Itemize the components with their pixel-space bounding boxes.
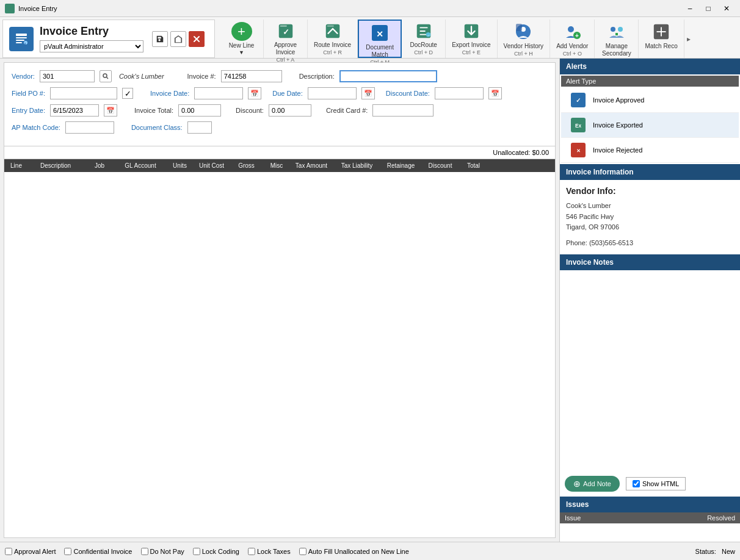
discount-input[interactable] bbox=[269, 104, 311, 117]
confidential-invoice-check: Confidential Invoice bbox=[64, 548, 132, 555]
invoice-date-input[interactable] bbox=[194, 87, 243, 99]
description-input[interactable] bbox=[339, 70, 437, 82]
add-vendor-icon: + bbox=[562, 22, 582, 41]
approval-alert-checkbox[interactable] bbox=[5, 548, 12, 555]
invoice-total-input[interactable] bbox=[178, 104, 221, 117]
svg-text:→: → bbox=[426, 33, 430, 37]
ap-match-code-input[interactable] bbox=[65, 121, 114, 134]
toolbar-scroll-right[interactable]: ▸ bbox=[684, 20, 693, 58]
entry-date-input[interactable] bbox=[50, 104, 99, 117]
document-match-icon: ✕ bbox=[370, 23, 390, 43]
route-invoice-icon bbox=[323, 22, 343, 40]
doc-route-label: DocRoute bbox=[410, 41, 437, 49]
vendor-lookup-button[interactable] bbox=[100, 70, 112, 82]
minimize-button[interactable]: – bbox=[681, 2, 698, 15]
svg-rect-2 bbox=[16, 40, 24, 41]
new-line-button[interactable]: + New Line ▼ bbox=[220, 20, 264, 58]
save-button[interactable] bbox=[152, 31, 168, 47]
svg-text:✓: ✓ bbox=[576, 97, 581, 104]
add-note-plus-icon: ⊕ bbox=[573, 479, 581, 489]
credit-card-input[interactable] bbox=[372, 104, 433, 117]
close-button[interactable]: ✕ bbox=[718, 2, 735, 15]
description-label: Description: bbox=[299, 73, 335, 80]
due-date-cal-button[interactable]: 📅 bbox=[361, 87, 375, 99]
vendor-info-section: Vendor Info: Cook's Lumber 546 Pacific H… bbox=[560, 180, 740, 254]
approve-invoice-button[interactable]: ✓ ApproveInvoice Ctrl + A bbox=[264, 20, 308, 58]
vendor-info-title: Vendor Info: bbox=[566, 186, 734, 196]
save2-button[interactable] bbox=[170, 31, 186, 47]
issues-section: Issues Issue Resolved bbox=[560, 497, 740, 542]
document-match-button[interactable]: ✕ DocumentMatch Ctrl + M bbox=[358, 20, 402, 58]
manage-secondary-label: ManageSecondary bbox=[602, 43, 631, 57]
field-po-input[interactable] bbox=[50, 87, 117, 99]
maximize-button[interactable]: □ bbox=[700, 2, 717, 15]
do-not-pay-label: Do Not Pay bbox=[150, 548, 184, 555]
col-misc: Misc bbox=[264, 162, 289, 170]
invoice-info-section: Invoice Information Vendor Info: Cook's … bbox=[560, 164, 740, 254]
invoice-total-label: Invoice Total: bbox=[134, 107, 173, 114]
due-date-input[interactable] bbox=[308, 87, 357, 99]
new-line-icon: + bbox=[231, 22, 252, 41]
export-invoice-button[interactable]: Export Invoice Ctrl + E bbox=[446, 20, 497, 58]
document-class-input[interactable] bbox=[187, 121, 212, 134]
user-select[interactable]: pVault Administrator bbox=[40, 40, 143, 52]
add-vendor-shortcut: Ctrl + O bbox=[563, 51, 582, 57]
field-po-check-button[interactable]: ✓ bbox=[122, 88, 133, 99]
auto-fill-label: Auto Fill Unallocated on New Line bbox=[308, 548, 409, 555]
discount-date-cal-button[interactable]: 📅 bbox=[488, 87, 502, 99]
show-html-checkbox[interactable] bbox=[633, 480, 640, 487]
status-label: Status: bbox=[695, 548, 716, 555]
alerts-tbody: ✓ Invoice Approved Ex Invoice Ex bbox=[561, 88, 739, 163]
discount-date-input[interactable] bbox=[435, 87, 484, 99]
col-tax-liability: Tax Liability bbox=[334, 162, 380, 170]
svg-text:Ex: Ex bbox=[575, 123, 582, 129]
lock-coding-checkbox[interactable] bbox=[193, 548, 200, 555]
cancel-button[interactable] bbox=[189, 31, 205, 47]
vendor-name: Cook's Lumber bbox=[119, 73, 164, 80]
vendor-input[interactable] bbox=[40, 70, 95, 82]
lock-taxes-checkbox[interactable] bbox=[248, 548, 255, 555]
new-line-dropdown: ▼ bbox=[239, 49, 244, 56]
confidential-invoice-checkbox[interactable] bbox=[64, 548, 71, 555]
svg-rect-10 bbox=[327, 26, 333, 27]
vendor-label: Vendor: bbox=[12, 73, 35, 80]
grid-header: Line Description Job GL Account Units Un… bbox=[4, 159, 555, 172]
show-html-button[interactable]: Show HTML bbox=[626, 477, 686, 490]
col-description: Description bbox=[28, 162, 83, 170]
alerts-col-header: Alert Type bbox=[561, 76, 739, 87]
app-icon-big: $ bbox=[9, 27, 34, 51]
app-icon bbox=[5, 4, 15, 13]
vendor-info-address2: Tigard, OR 97006 bbox=[566, 222, 734, 233]
do-not-pay-check: Do Not Pay bbox=[141, 548, 184, 555]
add-note-button[interactable]: ⊕ Add Note bbox=[565, 476, 620, 492]
manage-secondary-icon bbox=[607, 22, 626, 41]
alert-approved-label: Invoice Approved bbox=[593, 96, 644, 104]
ap-match-code-label: AP Match Code: bbox=[12, 124, 60, 131]
match-reco-icon bbox=[651, 22, 671, 41]
col-total: Total bbox=[460, 162, 487, 170]
doc-route-button[interactable]: → DocRoute Ctrl + D bbox=[402, 20, 446, 58]
col-line: Line bbox=[5, 162, 27, 170]
title-bar-controls: – □ ✕ bbox=[681, 2, 735, 15]
do-not-pay-checkbox[interactable] bbox=[141, 548, 148, 555]
invoice-num-input[interactable] bbox=[221, 70, 282, 82]
main-area: Vendor: Cook's Lumber Invoice #: Descrip… bbox=[0, 59, 740, 542]
match-reco-button[interactable]: Match Reco bbox=[639, 20, 684, 58]
manage-secondary-button[interactable]: ManageSecondary Ctrl + G bbox=[595, 20, 639, 58]
auto-fill-checkbox[interactable] bbox=[299, 548, 307, 555]
add-vendor-button[interactable]: + Add Vendor Ctrl + O bbox=[550, 20, 595, 58]
vendor-history-button[interactable]: Alerts Vendor History Ctrl + H bbox=[498, 20, 551, 58]
match-reco-label: Match Reco bbox=[645, 43, 677, 50]
invoice-notes-section: Invoice Notes ⊕ Add Note Show HTML bbox=[560, 254, 740, 497]
bottom-bar: Approval Alert Confidential Invoice Do N… bbox=[0, 542, 740, 560]
route-invoice-button[interactable]: Route Invoice Ctrl + R bbox=[308, 20, 358, 58]
auto-fill-check: Auto Fill Unallocated on New Line bbox=[299, 548, 409, 555]
alert-rejected-label: Invoice Rejected bbox=[593, 146, 642, 154]
invoice-date-cal-button[interactable]: 📅 bbox=[248, 87, 261, 99]
svg-rect-19 bbox=[516, 24, 522, 31]
add-note-label: Add Note bbox=[583, 480, 611, 487]
svg-text:✕: ✕ bbox=[376, 29, 383, 39]
entry-date-cal-button[interactable]: 📅 bbox=[104, 104, 117, 117]
form-row-1: Vendor: Cook's Lumber Invoice #: Descrip… bbox=[12, 70, 548, 82]
svg-point-29 bbox=[103, 74, 107, 77]
